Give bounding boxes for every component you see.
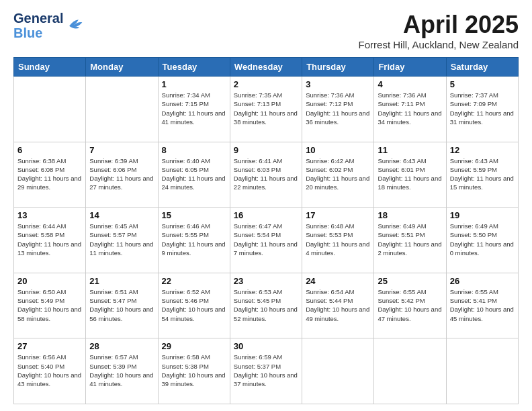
day-info: Sunrise: 6:43 AMSunset: 6:01 PMDaylight:… — [378, 156, 442, 192]
calendar-week-1: 1Sunrise: 7:34 AMSunset: 7:15 PMDaylight… — [14, 77, 519, 142]
day-number: 3 — [306, 79, 370, 89]
day-number: 17 — [306, 210, 370, 220]
logo-blue: Blue — [13, 26, 63, 40]
calendar-cell — [302, 338, 374, 404]
calendar-week-3: 13Sunrise: 6:44 AMSunset: 5:58 PMDayligh… — [14, 208, 519, 273]
day-number: 28 — [89, 341, 154, 351]
day-info: Sunrise: 7:36 AMSunset: 7:12 PMDaylight:… — [306, 91, 370, 126]
day-number: 9 — [234, 145, 298, 155]
col-friday: Friday — [374, 58, 446, 77]
calendar-cell: 21Sunrise: 6:51 AMSunset: 5:47 PMDayligh… — [86, 273, 158, 338]
calendar-cell: 30Sunrise: 6:59 AMSunset: 5:37 PMDayligh… — [230, 338, 302, 404]
calendar-cell: 23Sunrise: 6:53 AMSunset: 5:45 PMDayligh… — [230, 273, 302, 338]
calendar-cell: 18Sunrise: 6:49 AMSunset: 5:51 PMDayligh… — [374, 208, 446, 273]
day-number: 21 — [89, 276, 154, 286]
day-number: 12 — [450, 145, 515, 155]
calendar-cell: 12Sunrise: 6:43 AMSunset: 5:59 PMDayligh… — [446, 142, 518, 208]
calendar-cell: 13Sunrise: 6:44 AMSunset: 5:58 PMDayligh… — [14, 208, 86, 273]
col-thursday: Thursday — [302, 58, 374, 77]
day-number: 16 — [234, 210, 298, 220]
col-wednesday: Wednesday — [230, 58, 302, 77]
day-info: Sunrise: 6:43 AMSunset: 5:59 PMDaylight:… — [450, 156, 515, 192]
calendar-cell: 25Sunrise: 6:55 AMSunset: 5:42 PMDayligh… — [374, 273, 446, 338]
day-info: Sunrise: 6:58 AMSunset: 5:38 PMDaylight:… — [162, 353, 226, 388]
day-number: 6 — [17, 145, 82, 155]
calendar-cell: 16Sunrise: 6:47 AMSunset: 5:54 PMDayligh… — [230, 208, 302, 273]
day-info: Sunrise: 6:42 AMSunset: 6:02 PMDaylight:… — [306, 156, 370, 192]
header: General Blue April 2025 Forrest Hill, Au… — [13, 11, 519, 50]
day-number: 27 — [17, 341, 82, 351]
title-block: April 2025 Forrest Hill, Auckland, New Z… — [359, 11, 519, 50]
day-number: 7 — [89, 145, 154, 155]
day-number: 22 — [162, 276, 226, 286]
day-info: Sunrise: 6:55 AMSunset: 5:42 PMDaylight:… — [378, 287, 442, 323]
calendar-week-4: 20Sunrise: 6:50 AMSunset: 5:49 PMDayligh… — [14, 273, 519, 338]
col-sunday: Sunday — [14, 58, 86, 77]
calendar-cell: 26Sunrise: 6:55 AMSunset: 5:41 PMDayligh… — [446, 273, 518, 338]
day-number: 4 — [378, 79, 442, 89]
calendar-cell: 24Sunrise: 6:54 AMSunset: 5:44 PMDayligh… — [302, 273, 374, 338]
col-saturday: Saturday — [446, 58, 518, 77]
day-info: Sunrise: 6:52 AMSunset: 5:46 PMDaylight:… — [162, 287, 226, 323]
calendar-week-2: 6Sunrise: 6:38 AMSunset: 6:08 PMDaylight… — [14, 142, 519, 208]
day-info: Sunrise: 6:59 AMSunset: 5:37 PMDaylight:… — [234, 353, 298, 388]
calendar-cell: 2Sunrise: 7:35 AMSunset: 7:13 PMDaylight… — [230, 77, 302, 142]
day-info: Sunrise: 6:49 AMSunset: 5:51 PMDaylight:… — [378, 222, 442, 257]
day-info: Sunrise: 6:50 AMSunset: 5:49 PMDaylight:… — [17, 287, 82, 323]
day-info: Sunrise: 6:39 AMSunset: 6:06 PMDaylight:… — [89, 156, 154, 192]
calendar-cell — [374, 338, 446, 404]
calendar-cell: 4Sunrise: 7:36 AMSunset: 7:11 PMDaylight… — [374, 77, 446, 142]
day-info: Sunrise: 7:37 AMSunset: 7:09 PMDaylight:… — [450, 91, 515, 126]
page: General Blue April 2025 Forrest Hill, Au… — [0, 0, 532, 411]
day-number: 14 — [89, 210, 154, 220]
day-info: Sunrise: 6:47 AMSunset: 5:54 PMDaylight:… — [234, 222, 298, 257]
calendar-cell: 27Sunrise: 6:56 AMSunset: 5:40 PMDayligh… — [14, 338, 86, 404]
day-number: 19 — [450, 210, 515, 220]
calendar-table: Sunday Monday Tuesday Wednesday Thursday… — [13, 57, 519, 404]
calendar-cell: 6Sunrise: 6:38 AMSunset: 6:08 PMDaylight… — [14, 142, 86, 208]
day-info: Sunrise: 6:56 AMSunset: 5:40 PMDaylight:… — [17, 353, 82, 388]
calendar-cell: 20Sunrise: 6:50 AMSunset: 5:49 PMDayligh… — [14, 273, 86, 338]
day-number: 18 — [378, 210, 442, 220]
day-number: 26 — [450, 276, 515, 286]
day-info: Sunrise: 6:40 AMSunset: 6:05 PMDaylight:… — [162, 156, 226, 192]
day-info: Sunrise: 6:54 AMSunset: 5:44 PMDaylight:… — [306, 287, 370, 323]
day-info: Sunrise: 6:55 AMSunset: 5:41 PMDaylight:… — [450, 287, 515, 323]
day-number: 13 — [17, 210, 82, 220]
col-tuesday: Tuesday — [158, 58, 230, 77]
header-row: Sunday Monday Tuesday Wednesday Thursday… — [14, 58, 519, 77]
calendar-cell: 11Sunrise: 6:43 AMSunset: 6:01 PMDayligh… — [374, 142, 446, 208]
day-info: Sunrise: 7:35 AMSunset: 7:13 PMDaylight:… — [234, 91, 298, 126]
day-number: 23 — [234, 276, 298, 286]
day-number: 1 — [162, 79, 226, 89]
day-number: 20 — [17, 276, 82, 286]
calendar-cell: 7Sunrise: 6:39 AMSunset: 6:06 PMDaylight… — [86, 142, 158, 208]
calendar-cell: 15Sunrise: 6:46 AMSunset: 5:55 PMDayligh… — [158, 208, 230, 273]
day-number: 11 — [378, 145, 442, 155]
day-number: 29 — [162, 341, 226, 351]
calendar-cell: 9Sunrise: 6:41 AMSunset: 6:03 PMDaylight… — [230, 142, 302, 208]
calendar-cell — [446, 338, 518, 404]
day-info: Sunrise: 6:45 AMSunset: 5:57 PMDaylight:… — [89, 222, 154, 257]
day-number: 15 — [162, 210, 226, 220]
day-info: Sunrise: 6:57 AMSunset: 5:39 PMDaylight:… — [89, 353, 154, 388]
calendar-cell — [14, 77, 86, 142]
calendar-subtitle: Forrest Hill, Auckland, New Zealand — [359, 39, 519, 50]
day-number: 2 — [234, 79, 298, 89]
calendar-cell: 10Sunrise: 6:42 AMSunset: 6:02 PMDayligh… — [302, 142, 374, 208]
day-info: Sunrise: 7:34 AMSunset: 7:15 PMDaylight:… — [162, 91, 226, 126]
calendar-cell: 8Sunrise: 6:40 AMSunset: 6:05 PMDaylight… — [158, 142, 230, 208]
calendar-cell: 29Sunrise: 6:58 AMSunset: 5:38 PMDayligh… — [158, 338, 230, 404]
day-number: 8 — [162, 145, 226, 155]
day-number: 5 — [450, 79, 515, 89]
day-number: 25 — [378, 276, 442, 286]
calendar-cell: 3Sunrise: 7:36 AMSunset: 7:12 PMDaylight… — [302, 77, 374, 142]
logo-bird-icon — [64, 17, 83, 32]
calendar-cell: 5Sunrise: 7:37 AMSunset: 7:09 PMDaylight… — [446, 77, 518, 142]
logo: General Blue — [13, 11, 83, 40]
calendar-cell: 22Sunrise: 6:52 AMSunset: 5:46 PMDayligh… — [158, 273, 230, 338]
day-number: 30 — [234, 341, 298, 351]
calendar-title: April 2025 — [359, 11, 519, 39]
day-info: Sunrise: 6:41 AMSunset: 6:03 PMDaylight:… — [234, 156, 298, 192]
logo-general: General — [13, 11, 63, 26]
